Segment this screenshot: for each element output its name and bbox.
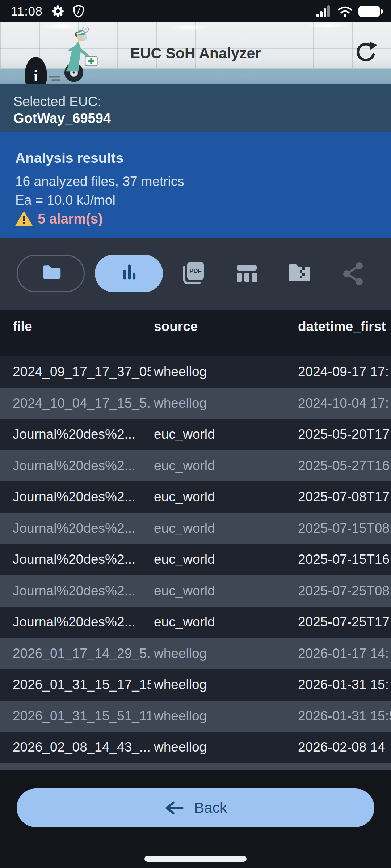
charts-tab-button-selected[interactable] bbox=[95, 255, 163, 292]
table-row[interactable]: 2024_09_17_17_37_05...wheellog2024-09-17… bbox=[0, 356, 391, 388]
column-header-source: source bbox=[154, 319, 198, 334]
file-cell: Journal%20des%2... bbox=[13, 521, 135, 536]
table-row[interactable]: Journal%20des%2...euc_world2025-07-15T08 bbox=[0, 513, 391, 544]
column-header-file: file bbox=[13, 319, 32, 334]
folder-zip-icon bbox=[283, 258, 315, 289]
datetime-cell: 2024-10-04 17: bbox=[298, 396, 391, 411]
source-cell: wheellog bbox=[154, 396, 207, 411]
back-button-label: Back bbox=[194, 799, 227, 816]
shield-icon bbox=[73, 5, 84, 18]
status-time: 11:08 bbox=[11, 4, 43, 18]
table-row[interactable]: Journal%20des%2...euc_world2025-07-25T17 bbox=[0, 607, 391, 638]
alarm-count: 5 alarm(s) bbox=[38, 211, 103, 227]
datetime-cell: 2025-05-20T17 bbox=[298, 427, 391, 442]
pdf-icon-label: PDF bbox=[189, 268, 202, 275]
arrow-left-icon bbox=[164, 801, 185, 815]
file-cell: 2026_01_31_15_51_11... bbox=[13, 709, 151, 724]
table-row[interactable]: Journal%20des%2...euc_world2025-07-25T08 bbox=[0, 575, 391, 607]
table-body: 2024_09_17_17_37_05...wheellog2024-09-17… bbox=[0, 356, 391, 763]
folder-icon bbox=[36, 259, 65, 288]
file-cell: 2026_01_31_15_17_15.... bbox=[13, 677, 151, 692]
selected-euc-label: Selected EUC: bbox=[13, 94, 101, 109]
cell-signal-icon bbox=[316, 5, 332, 18]
source-cell: euc_world bbox=[154, 521, 215, 536]
file-cell: Journal%20des%2... bbox=[13, 458, 135, 473]
pdf-icon: PDF bbox=[178, 258, 210, 289]
screen: 11:08 bbox=[0, 0, 391, 868]
file-cell: Journal%20des%2... bbox=[13, 614, 135, 630]
datetime-cell: 2025-07-15T16 bbox=[298, 552, 391, 567]
analysis-title: Analysis results bbox=[15, 150, 123, 166]
datetime-cell: 2025-07-25T17 bbox=[298, 614, 391, 630]
back-button[interactable]: Back bbox=[17, 788, 374, 827]
selected-euc-value: GotWay_69594 bbox=[13, 111, 111, 126]
file-cell: Journal%20des%2... bbox=[13, 583, 135, 599]
table-row[interactable]: 2026_01_31_15_17_15....wheellog2026-01-3… bbox=[0, 669, 391, 701]
analysis-summary: 16 analyzed files, 37 metrics bbox=[15, 174, 184, 189]
file-cell: Journal%20des%2... bbox=[13, 427, 135, 442]
warning-icon bbox=[15, 211, 33, 227]
table-row[interactable]: 2024_10_04_17_15_5...wheellog2024-10-04 … bbox=[0, 388, 391, 419]
refresh-button[interactable] bbox=[354, 41, 378, 64]
datetime-cell: 2025-07-15T08 bbox=[298, 521, 391, 536]
table-row[interactable]: 2026_01_31_15_51_11...wheellog2026-01-31… bbox=[0, 701, 391, 732]
table-row[interactable]: 2026_02_08_14_43_...wheellog2026-02-08 1… bbox=[0, 732, 391, 763]
source-cell: wheellog bbox=[154, 709, 207, 724]
battery-icon bbox=[358, 6, 380, 17]
datetime-cell: 2025-07-08T17 bbox=[298, 489, 391, 505]
zip-export-button[interactable] bbox=[283, 258, 315, 289]
table-view-button[interactable] bbox=[231, 258, 263, 289]
wifi-icon bbox=[337, 5, 353, 17]
files-tab-button[interactable] bbox=[17, 255, 85, 292]
gear-icon bbox=[51, 5, 64, 18]
alarm-row: 5 alarm(s) bbox=[15, 211, 103, 227]
bar-chart-icon bbox=[114, 259, 143, 288]
analysis-results-card: Analysis results 16 analyzed files, 37 m… bbox=[0, 132, 391, 238]
table-row[interactable]: Journal%20des%2...euc_world2025-07-15T16 bbox=[0, 544, 391, 575]
source-cell: euc_world bbox=[154, 552, 215, 567]
table-row[interactable]: Journal%20des%2...euc_world2025-07-08T17 bbox=[0, 481, 391, 513]
source-cell: wheellog bbox=[154, 740, 207, 755]
datetime-cell: 2025-05-27T16 bbox=[298, 458, 391, 473]
table-row[interactable]: 2026_01_17_14_29_5...wheellog2026-01-17 … bbox=[0, 638, 391, 669]
datetime-cell: 2026-01-17 14: bbox=[298, 646, 391, 661]
share-icon bbox=[337, 258, 369, 289]
partial-next-row bbox=[0, 763, 391, 770]
info-icon: i bbox=[34, 66, 38, 84]
datetime-cell: 2026-02-08 14 bbox=[298, 740, 391, 755]
datetime-cell: 2025-07-25T08 bbox=[298, 583, 391, 599]
source-cell: wheellog bbox=[154, 646, 207, 661]
selected-euc-section: Selected EUC: GotWay_69594 bbox=[0, 84, 391, 132]
pdf-export-button[interactable]: PDF bbox=[178, 258, 210, 289]
table-row[interactable]: Journal%20des%2...euc_world2025-05-20T17 bbox=[0, 419, 391, 450]
source-cell: wheellog bbox=[154, 364, 207, 379]
source-cell: euc_world bbox=[154, 489, 215, 505]
source-cell: euc_world bbox=[154, 614, 215, 630]
datetime-cell: 2026-01-31 15: bbox=[298, 677, 391, 692]
source-cell: euc_world bbox=[154, 583, 215, 599]
share-button[interactable] bbox=[337, 258, 369, 289]
source-cell: euc_world bbox=[154, 427, 215, 442]
page-title: EUC SoH Analyzer bbox=[0, 45, 391, 62]
datetime-cell: 2026-01-31 15:5 bbox=[298, 709, 391, 724]
file-cell: 2024_10_04_17_15_5... bbox=[13, 396, 151, 411]
home-indicator[interactable] bbox=[144, 856, 247, 862]
status-bar: 11:08 bbox=[0, 0, 391, 22]
datetime-cell: 2024-09-17 17: bbox=[298, 364, 391, 379]
source-cell: euc_world bbox=[154, 458, 215, 473]
analysis-activation-energy: Ea = 10.0 kJ/mol bbox=[15, 193, 115, 208]
file-cell: 2026_02_08_14_43_... bbox=[13, 740, 151, 755]
file-cell: Journal%20des%2... bbox=[13, 552, 135, 567]
file-cell: Journal%20des%2... bbox=[13, 489, 135, 505]
table-row[interactable]: Journal%20des%2...euc_world2025-05-27T16 bbox=[0, 450, 391, 482]
file-cell: 2026_01_17_14_29_5... bbox=[13, 646, 151, 661]
column-header-datetime-first: datetime_first bbox=[298, 319, 386, 334]
table-icon bbox=[231, 258, 263, 289]
source-cell: wheellog bbox=[154, 677, 207, 692]
file-cell: 2024_09_17_17_37_05... bbox=[13, 364, 151, 379]
toolbar: PDF bbox=[0, 238, 391, 310]
app-header: i EUC SoH Analyzer bbox=[0, 22, 391, 84]
table-header: file source datetime_first bbox=[0, 310, 391, 356]
